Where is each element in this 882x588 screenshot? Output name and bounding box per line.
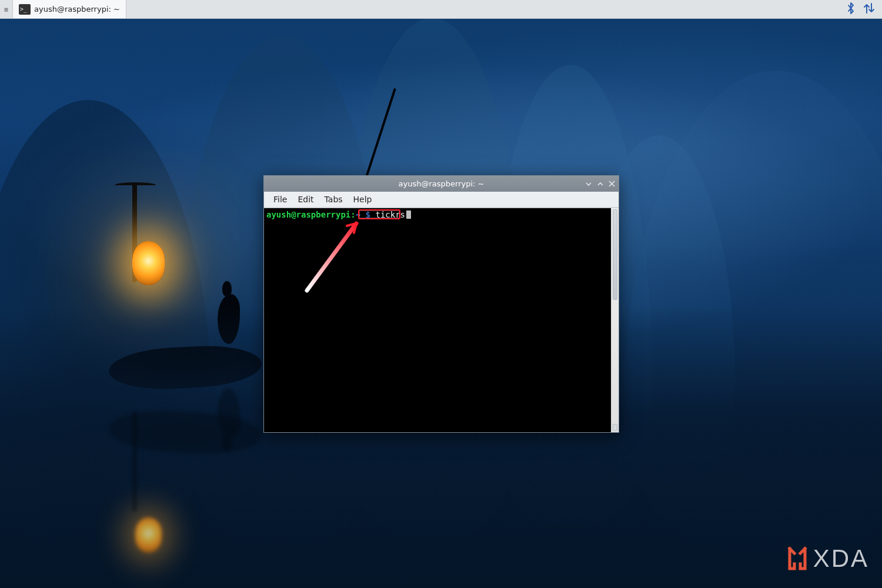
terminal-command: tickrs [375, 210, 405, 219]
taskbar-item-label: ayush@raspberrypi: ~ [34, 5, 120, 14]
maximize-button[interactable] [597, 181, 604, 188]
watermark: XDA [786, 544, 869, 573]
terminal-scrollbar[interactable] [611, 208, 619, 432]
prompt-dollar: $ [360, 210, 370, 219]
menu-help[interactable]: Help [349, 193, 377, 206]
menu-file[interactable]: File [269, 193, 292, 206]
menu-edit[interactable]: Edit [293, 193, 318, 206]
xda-logo-icon [786, 546, 808, 571]
watermark-text: XDA [813, 544, 869, 573]
app-launcher-button[interactable] [0, 0, 13, 18]
svg-rect-0 [5, 8, 8, 8]
taskbar: >_ ayush@raspberrypi: ~ [0, 0, 882, 19]
menu-tabs[interactable]: Tabs [320, 193, 348, 206]
prompt-path: ~ [356, 210, 360, 219]
taskbar-item-terminal[interactable]: >_ ayush@raspberrypi: ~ [13, 0, 126, 18]
prompt-separator: : [350, 210, 355, 219]
terminal-body[interactable]: ayush@raspberrypi:~ $ tickrs [264, 208, 611, 432]
svg-rect-1 [5, 9, 8, 10]
menu-grip-icon [4, 6, 9, 13]
chevron-down-icon [585, 181, 592, 188]
prompt-user: ayush@raspberrypi [266, 210, 350, 219]
svg-rect-2 [5, 11, 8, 11]
close-icon [609, 181, 615, 187]
window-title: ayush@raspberrypi: ~ [399, 179, 485, 188]
minimize-button[interactable] [585, 181, 592, 188]
close-button[interactable] [609, 181, 615, 187]
terminal-icon: >_ [19, 4, 31, 15]
terminal-menubar: File Edit Tabs Help [264, 192, 619, 208]
terminal-window: ayush@raspberrypi: ~ File Edit Tabs Help… [263, 175, 619, 433]
terminal-cursor [406, 211, 411, 219]
network-updown-icon[interactable] [863, 2, 875, 16]
window-titlebar[interactable]: ayush@raspberrypi: ~ [264, 176, 619, 192]
bluetooth-icon[interactable] [846, 2, 856, 16]
chevron-up-icon [597, 181, 604, 188]
